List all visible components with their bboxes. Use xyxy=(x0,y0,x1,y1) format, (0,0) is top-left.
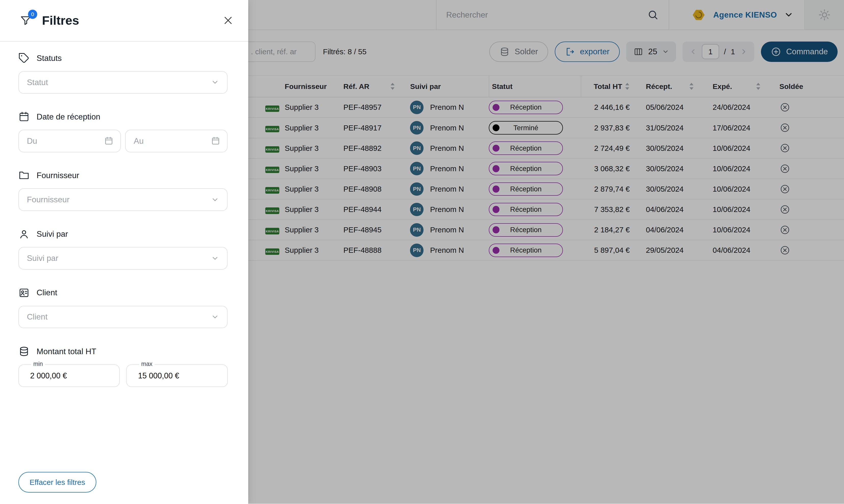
date-from-placeholder: Du xyxy=(27,136,37,146)
fournisseur-select[interactable]: Fournisseur xyxy=(18,188,228,211)
panel-title: Filtres xyxy=(42,13,79,28)
filters-panel: 0 Filtres Statuts Statut Date de récepti… xyxy=(0,0,248,504)
date-range-inputs: Du Au xyxy=(18,130,228,152)
calendar-icon xyxy=(18,111,30,122)
client-placeholder: Client xyxy=(27,312,48,322)
date-to-input[interactable]: Au xyxy=(125,130,228,152)
tag-icon xyxy=(18,53,30,64)
amount-range-inputs: min 2 000,00 € max 15 000,00 € xyxy=(18,364,228,387)
person-icon xyxy=(18,229,30,240)
statuts-section-label: Statuts xyxy=(18,52,228,64)
filters-header: 0 Filtres xyxy=(0,0,248,41)
filter-count-badge: 0 xyxy=(28,10,37,19)
filter-funnel-icon: 0 xyxy=(20,15,32,26)
montant-section-label: Montant total HT xyxy=(18,345,228,357)
max-value: 15 000,00 € xyxy=(138,371,179,380)
client-select[interactable]: Client xyxy=(18,306,228,328)
chevron-down-icon xyxy=(211,313,219,321)
min-value: 2 000,00 € xyxy=(30,371,67,380)
statut-placeholder: Statut xyxy=(27,78,48,87)
max-label: max xyxy=(139,361,155,367)
statut-select[interactable]: Statut xyxy=(18,71,228,94)
clear-filters-button[interactable]: Effacer les filtres xyxy=(18,472,96,492)
min-label: min xyxy=(31,361,45,367)
filters-body: Statuts Statut Date de réception Du Au xyxy=(0,52,248,387)
folder-icon xyxy=(18,170,30,181)
suivi-placeholder: Suivi par xyxy=(27,254,58,263)
amount-max-input[interactable]: max 15 000,00 € xyxy=(126,364,228,387)
coins-icon xyxy=(18,346,30,357)
calendar-icon[interactable] xyxy=(104,136,113,145)
date-section-label: Date de réception xyxy=(18,111,228,123)
amount-min-input[interactable]: min 2 000,00 € xyxy=(18,364,120,387)
chevron-down-icon xyxy=(211,78,219,86)
fournisseur-placeholder: Fournisseur xyxy=(27,195,69,204)
client-icon xyxy=(18,287,30,299)
chevron-down-icon xyxy=(211,196,219,204)
suivi-select[interactable]: Suivi par xyxy=(18,247,228,270)
client-section-label: Client xyxy=(18,287,228,299)
calendar-icon[interactable] xyxy=(211,136,220,145)
date-to-placeholder: Au xyxy=(134,136,144,146)
fournisseur-section-label: Fournisseur xyxy=(18,169,228,181)
close-icon[interactable] xyxy=(223,15,233,26)
suivi-section-label: Suivi par xyxy=(18,228,228,240)
chevron-down-icon xyxy=(211,254,219,263)
date-from-input[interactable]: Du xyxy=(18,130,121,152)
